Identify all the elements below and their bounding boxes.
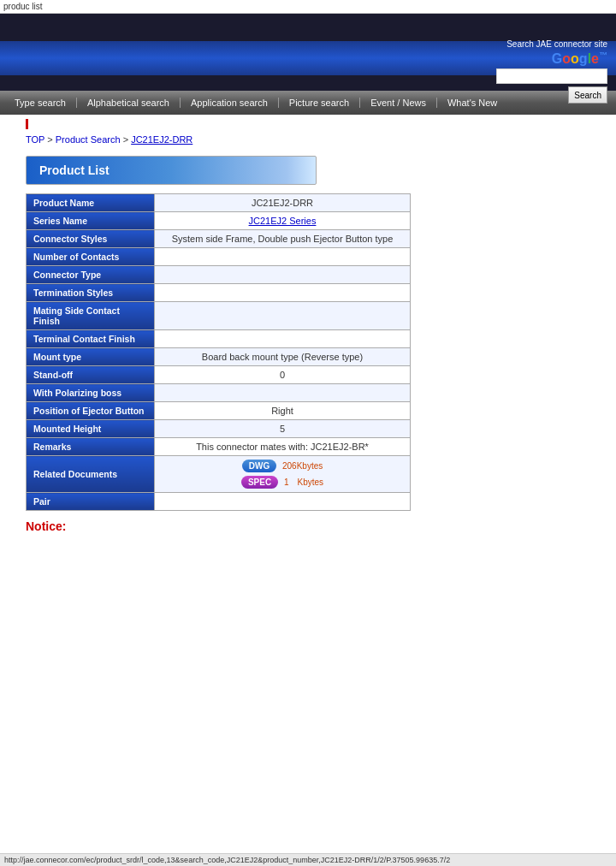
table-label-cell: Stand-off bbox=[27, 366, 155, 384]
dwg-size: 206Kbytes bbox=[280, 461, 323, 471]
red-accent-border bbox=[26, 119, 616, 129]
breadcrumb-top[interactable]: TOP bbox=[26, 134, 44, 145]
search-input-row bbox=[496, 68, 607, 84]
search-button[interactable]: Search bbox=[568, 86, 607, 104]
nav-type-search[interactable]: Type search bbox=[4, 98, 77, 108]
table-row: Pair bbox=[27, 493, 411, 511]
google-logo: Google™ bbox=[496, 50, 607, 67]
nav-application-search[interactable]: Application search bbox=[181, 98, 279, 108]
table-label-cell: With Polarizing boss bbox=[27, 384, 155, 402]
notice-label: Notice: bbox=[26, 519, 590, 533]
table-label-cell: Mount type bbox=[27, 348, 155, 366]
nav-alphabetical-search[interactable]: Alphabetical search bbox=[77, 98, 181, 108]
table-label-cell: Connector Styles bbox=[27, 230, 155, 248]
table-value-cell: System side Frame, Double push Ejector B… bbox=[155, 230, 411, 248]
product-table: Product NameJC21EJ2-DRRSeries NameJC21EJ… bbox=[26, 193, 411, 511]
table-value-cell: This connector mates with: JC21EJ2-BR* bbox=[155, 438, 411, 456]
nav-event-news[interactable]: Event / News bbox=[360, 98, 437, 108]
dwg-row: DWG 206Kbytes bbox=[162, 460, 403, 472]
table-row: Mount typeBoard back mount type (Reverse… bbox=[27, 348, 411, 366]
table-row: Connector Type bbox=[27, 266, 411, 284]
table-row: Termination Styles bbox=[27, 284, 411, 302]
table-value-cell bbox=[155, 248, 411, 266]
table-value-cell: JC21EJ2 Series bbox=[155, 212, 411, 230]
spec-size: 1 Kbytes bbox=[281, 477, 323, 487]
top-header-bar bbox=[0, 14, 616, 41]
table-value-cell bbox=[155, 330, 411, 348]
header-wrapper: Search JAE connector site Google™ Search bbox=[0, 14, 616, 91]
breadcrumb-product-search[interactable]: Product Search bbox=[56, 134, 121, 145]
table-value-cell bbox=[155, 266, 411, 284]
table-label-cell: Position of Ejector Button bbox=[27, 402, 155, 420]
table-value-cell: JC21EJ2-DRR bbox=[155, 194, 411, 212]
table-row: Mounted Height5 bbox=[27, 420, 411, 438]
table-row: Product NameJC21EJ2-DRR bbox=[27, 194, 411, 212]
table-row: Series NameJC21EJ2 Series bbox=[27, 212, 411, 230]
table-row: Terminal Contact Finish bbox=[27, 330, 411, 348]
series-link[interactable]: JC21EJ2 Series bbox=[249, 216, 317, 226]
search-btn-row: Search bbox=[496, 86, 607, 104]
nav-picture-search[interactable]: Picture search bbox=[279, 98, 360, 108]
table-row: RemarksThis connector mates with: JC21EJ… bbox=[27, 438, 411, 456]
search-label: Search JAE connector site bbox=[496, 39, 607, 49]
table-value-cell: 0 bbox=[155, 366, 411, 384]
table-label-cell: Connector Type bbox=[27, 266, 155, 284]
table-value-cell: DWG 206KbytesSPEC 1 Kbytes bbox=[155, 456, 411, 493]
table-value-cell bbox=[155, 384, 411, 402]
table-label-cell: Product Name bbox=[27, 194, 155, 212]
dwg-button[interactable]: DWG bbox=[242, 460, 276, 472]
table-value-cell bbox=[155, 493, 411, 511]
table-label-cell: Mounted Height bbox=[27, 420, 155, 438]
spec-row: SPEC 1 Kbytes bbox=[162, 476, 403, 489]
table-row: Connector StylesSystem side Frame, Doubl… bbox=[27, 230, 411, 248]
doc-container: DWG 206KbytesSPEC 1 Kbytes bbox=[162, 460, 403, 489]
breadcrumb-current: JC21EJ2-DRR bbox=[131, 134, 192, 145]
spec-button[interactable]: SPEC bbox=[241, 476, 278, 489]
table-row: Mating Side Contact Finish bbox=[27, 302, 411, 330]
table-value-cell: 5 bbox=[155, 420, 411, 438]
table-label-cell: Termination Styles bbox=[27, 284, 155, 302]
table-row: With Polarizing boss bbox=[27, 384, 411, 402]
table-label-cell: Terminal Contact Finish bbox=[27, 330, 155, 348]
table-label-cell: Pair bbox=[27, 493, 155, 511]
table-label-cell: Number of Contacts bbox=[27, 248, 155, 266]
product-list-header: Product List bbox=[26, 156, 317, 185]
search-input[interactable] bbox=[496, 68, 607, 84]
table-value-cell: Right bbox=[155, 402, 411, 420]
table-value-cell bbox=[155, 284, 411, 302]
table-label-cell: Mating Side Contact Finish bbox=[27, 302, 155, 330]
table-row: Position of Ejector ButtonRight bbox=[27, 402, 411, 420]
search-area: Search JAE connector site Google™ Search bbox=[496, 39, 607, 104]
table-row: Number of Contacts bbox=[27, 248, 411, 266]
table-row: Related DocumentsDWG 206KbytesSPEC 1 Kby… bbox=[27, 456, 411, 493]
table-label-cell: Related Documents bbox=[27, 456, 155, 493]
title-bar: produc list bbox=[0, 0, 616, 14]
table-value-cell bbox=[155, 302, 411, 330]
breadcrumb: TOP > Product Search > JC21EJ2-DRR bbox=[0, 132, 616, 149]
table-label-cell: Remarks bbox=[27, 438, 155, 456]
table-value-cell: Board back mount type (Reverse type) bbox=[155, 348, 411, 366]
page-title-bar: produc list bbox=[3, 2, 43, 11]
table-label-cell: Series Name bbox=[27, 212, 155, 230]
table-row: Stand-off0 bbox=[27, 366, 411, 384]
